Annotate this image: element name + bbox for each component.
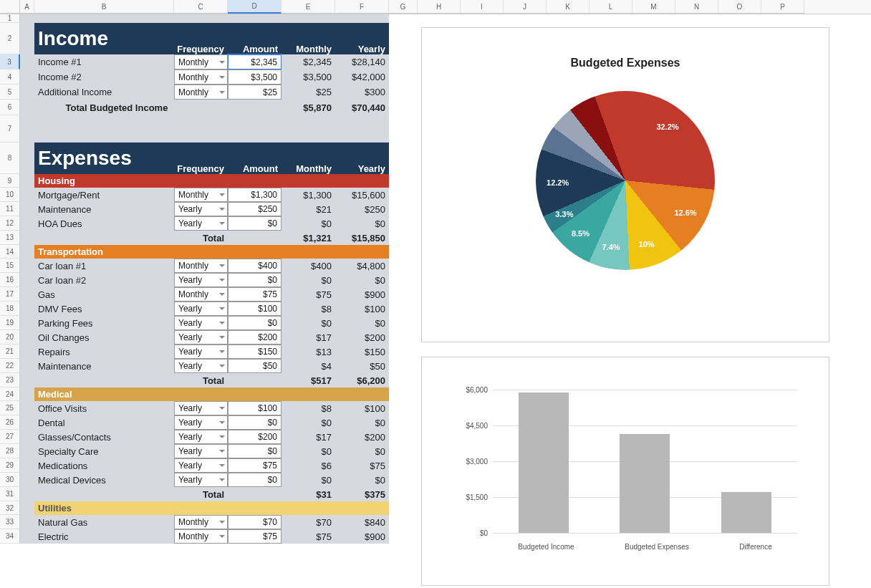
cell-r20-c1[interactable] bbox=[20, 330, 34, 344]
amount-input[interactable]: $100 bbox=[228, 302, 281, 316]
freq-dropdown[interactable]: Yearly bbox=[174, 216, 228, 231]
row-header-14[interactable]: 14 bbox=[0, 245, 20, 259]
cell-r24-c5[interactable] bbox=[281, 387, 335, 401]
cell-r24-c1[interactable] bbox=[20, 387, 34, 401]
cell-r31-c1[interactable] bbox=[20, 487, 34, 501]
cell-r18-c1[interactable] bbox=[20, 302, 34, 316]
cell-r23-c7[interactable] bbox=[389, 373, 418, 387]
column-header-D[interactable]: D bbox=[228, 0, 281, 14]
row-header-18[interactable]: 18 bbox=[0, 302, 20, 316]
cell-r6-c7[interactable] bbox=[389, 100, 418, 115]
row-header-12[interactable]: 12 bbox=[0, 216, 20, 231]
row-header-10[interactable]: 10 bbox=[0, 188, 20, 202]
cell-r26-c1[interactable] bbox=[20, 415, 34, 430]
column-header-P[interactable]: P bbox=[761, 0, 804, 14]
freq-dropdown[interactable]: Yearly bbox=[174, 344, 228, 359]
cell-r3-c5[interactable]: $2,345 bbox=[281, 54, 335, 69]
cell-r14-c1[interactable] bbox=[20, 245, 34, 259]
column-header-H[interactable]: H bbox=[418, 0, 461, 14]
cell-r12-c5[interactable]: $0 bbox=[281, 216, 335, 231]
amount-input[interactable]: $75 bbox=[228, 529, 281, 544]
cell-r20-c6[interactable]: $200 bbox=[335, 330, 389, 344]
freq-dropdown[interactable]: Yearly bbox=[174, 302, 228, 316]
row-header-21[interactable]: 21 bbox=[0, 344, 20, 359]
amount-input[interactable]: $400 bbox=[228, 259, 281, 273]
cell-r31-c4[interactable] bbox=[228, 487, 281, 501]
cell-r7-c4[interactable] bbox=[228, 115, 281, 143]
cell-r28-c7[interactable] bbox=[389, 444, 418, 458]
freq-dropdown[interactable]: Yearly bbox=[174, 430, 228, 444]
cell-r31-c2[interactable] bbox=[34, 487, 174, 501]
cell-r3-c7[interactable] bbox=[389, 54, 418, 69]
freq-dropdown[interactable]: Yearly bbox=[174, 415, 228, 430]
cell-r7-c5[interactable] bbox=[281, 115, 335, 143]
cell-r15-c7[interactable] bbox=[389, 259, 418, 273]
cell-r21-c5[interactable]: $13 bbox=[281, 344, 335, 359]
cell-r8-c1[interactable] bbox=[20, 143, 34, 174]
cell-r2-c3[interactable]: Frequency bbox=[174, 23, 228, 54]
cell-r7-c6[interactable] bbox=[335, 115, 389, 143]
row-header-1[interactable]: 1 bbox=[0, 14, 20, 23]
cell-r1-c11[interactable] bbox=[547, 14, 590, 23]
row-header-16[interactable]: 16 bbox=[0, 273, 20, 287]
cell-r15-c1[interactable] bbox=[20, 259, 34, 273]
cell-r22-c5[interactable]: $4 bbox=[281, 359, 335, 373]
cell-r2-c4[interactable]: Amount bbox=[228, 23, 281, 54]
cell-r1-c12[interactable] bbox=[590, 14, 632, 23]
freq-dropdown[interactable]: Yearly bbox=[174, 202, 228, 216]
cell-r32-c5[interactable] bbox=[281, 501, 335, 515]
column-header-I[interactable]: I bbox=[461, 0, 504, 14]
amount-input[interactable]: $200 bbox=[228, 430, 281, 444]
cell-r33-c1[interactable] bbox=[20, 515, 34, 529]
column-header-A[interactable]: A bbox=[20, 0, 34, 14]
row-header-11[interactable]: 11 bbox=[0, 202, 20, 216]
cell-r19-c5[interactable]: $0 bbox=[281, 316, 335, 330]
row-header-5[interactable]: 5 bbox=[0, 85, 20, 100]
cell-r9-c5[interactable] bbox=[281, 174, 335, 188]
cell-r1-c2[interactable] bbox=[34, 14, 174, 23]
cell-r9-c3[interactable] bbox=[174, 174, 228, 188]
row-header-32[interactable]: 32 bbox=[0, 501, 20, 515]
cell-r8-c6[interactable]: Yearly bbox=[335, 143, 389, 174]
cell-r4-c6[interactable]: $42,000 bbox=[335, 69, 389, 85]
cell-r8-c4[interactable]: Amount bbox=[228, 143, 281, 174]
cell-r2-c2[interactable]: Income bbox=[34, 23, 174, 54]
amount-input[interactable]: $0 bbox=[228, 444, 281, 458]
cell-r15-c5[interactable]: $400 bbox=[281, 259, 335, 273]
cell-r9-c6[interactable] bbox=[335, 174, 389, 188]
cell-r30-c7[interactable] bbox=[389, 473, 418, 487]
cell-r32-c4[interactable] bbox=[228, 501, 281, 515]
cell-r14-c7[interactable] bbox=[389, 245, 418, 259]
cell-r13-c2[interactable] bbox=[34, 231, 174, 245]
cell-r10-c6[interactable]: $15,600 bbox=[335, 188, 389, 202]
freq-dropdown[interactable]: Monthly bbox=[174, 515, 228, 529]
cell-r32-c3[interactable] bbox=[174, 501, 228, 515]
amount-input[interactable]: $3,500 bbox=[228, 69, 281, 85]
row-header-7[interactable]: 7 bbox=[0, 115, 20, 143]
cell-r15-c2[interactable]: Car loan #1 bbox=[34, 259, 174, 273]
column-header-J[interactable]: J bbox=[504, 0, 547, 14]
amount-input[interactable]: $75 bbox=[228, 287, 281, 302]
cell-r4-c5[interactable]: $3,500 bbox=[281, 69, 335, 85]
cell-r6-c5[interactable]: $5,870 bbox=[281, 100, 335, 115]
column-header-E[interactable]: E bbox=[281, 0, 335, 14]
bar-chart[interactable]: $0$1,500$3,000$4,500$6,000Budgeted Incom… bbox=[421, 357, 829, 544]
cell-r14-c5[interactable] bbox=[281, 245, 335, 259]
cell-r31-c7[interactable] bbox=[389, 487, 418, 501]
amount-input[interactable]: $2,345 bbox=[228, 54, 281, 69]
cell-r28-c2[interactable]: Specialty Care bbox=[34, 444, 174, 458]
amount-input[interactable]: $70 bbox=[228, 515, 281, 529]
cell-r18-c7[interactable] bbox=[389, 302, 418, 316]
cell-r23-c1[interactable] bbox=[20, 373, 34, 387]
row-header-15[interactable]: 15 bbox=[0, 259, 20, 273]
cell-r33-c6[interactable]: $840 bbox=[335, 515, 389, 529]
amount-input[interactable]: $0 bbox=[228, 415, 281, 430]
cell-r23-c6[interactable]: $6,200 bbox=[335, 373, 389, 387]
cell-r2-c1[interactable] bbox=[20, 23, 34, 54]
row-header-19[interactable]: 19 bbox=[0, 316, 20, 330]
cell-r26-c7[interactable] bbox=[389, 415, 418, 430]
cell-r7-c3[interactable] bbox=[174, 115, 228, 143]
cell-r6-c4[interactable] bbox=[228, 100, 281, 115]
amount-input[interactable]: $200 bbox=[228, 330, 281, 344]
cell-r7-c1[interactable] bbox=[20, 115, 34, 143]
